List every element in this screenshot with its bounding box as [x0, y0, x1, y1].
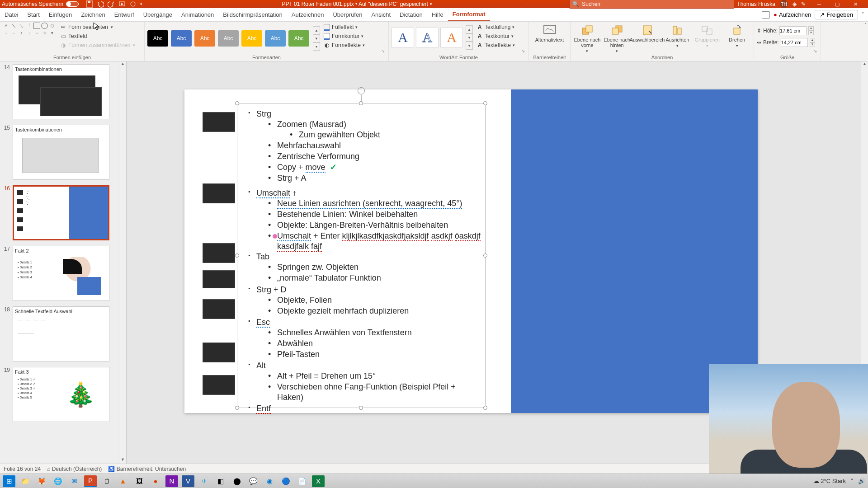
tray-chevron-icon[interactable]: ˄ — [850, 478, 854, 484]
wordart-chip-1[interactable]: A — [392, 28, 414, 47]
ribbon-collapse-icon[interactable]: ˄ — [864, 23, 867, 28]
tab-ansicht[interactable]: Ansicht — [367, 8, 395, 21]
shape-arrow-l-icon[interactable]: ← — [10, 30, 17, 36]
tab-einfuegen[interactable]: Einfügen — [44, 8, 76, 21]
bring-forward-button[interactable]: Ebene nach vorne▾ — [573, 23, 601, 53]
gallery-more-icon[interactable]: ▾ — [313, 42, 320, 51]
tab-hilfe[interactable]: Hilfe — [427, 8, 448, 21]
tab-aufzeichnen[interactable]: Aufzeichnen — [287, 8, 329, 21]
text-outline-button[interactable]: ATextkontur▾ — [476, 32, 515, 41]
tab-dictation[interactable]: Dictation — [395, 8, 427, 21]
height-up-icon[interactable]: ▲ — [808, 26, 814, 31]
taskbar-vlc-icon[interactable]: ▲ — [117, 475, 129, 487]
tray-network-icon[interactable]: 🔊 — [858, 478, 865, 484]
key-image-tab[interactable] — [203, 243, 235, 263]
shape-arrow-u-icon[interactable]: ↑ — [18, 30, 25, 36]
align-button[interactable]: Ausrichten▾ — [664, 23, 692, 48]
shape-line-icon[interactable]: ＼ — [10, 23, 17, 29]
taskbar-outlook-icon[interactable]: ✉ — [68, 475, 80, 487]
slide[interactable]: Strg Zoomen (Mausrad) Zum gewählten Obje… — [184, 89, 758, 413]
collapse-ribbon-icon[interactable]: ˅ — [862, 12, 864, 18]
start-from-beginning-icon[interactable] — [118, 0, 126, 8]
handle-ml[interactable] — [235, 253, 239, 258]
shape-outline-button[interactable]: Formkontur▾ — [324, 32, 365, 41]
shapestyles-launcher-icon[interactable]: ↘ — [381, 48, 385, 53]
handle-bl[interactable] — [235, 406, 239, 410]
text-fill-button[interactable]: ATextfüllung▾ — [476, 23, 515, 32]
shape-effects-button[interactable]: ◐Formeffekte▾ — [324, 41, 365, 50]
thumb-17[interactable]: 17 Fakt 2 • Details 1• Details 2• Detail… — [0, 246, 123, 301]
width-down-icon[interactable]: ▼ — [810, 42, 815, 47]
text-effects-button[interactable]: ATexteffekte▾ — [476, 41, 515, 50]
tab-entwurf[interactable]: Entwurf — [110, 8, 139, 21]
taskbar-app5-icon[interactable]: 💬 — [247, 475, 259, 487]
tab-uebergaenge[interactable]: Übergänge — [139, 8, 177, 21]
key-image-strgd[interactable] — [203, 270, 235, 288]
record-button[interactable]: ●Aufzeichnen — [774, 11, 811, 18]
shape-rect-icon[interactable] — [33, 23, 40, 29]
shapes-more-icon[interactable]: ▾ — [49, 30, 56, 36]
handle-tr[interactable] — [483, 101, 487, 105]
taskbar-app8-icon[interactable]: 📄 — [296, 475, 308, 487]
key-image-alt[interactable] — [203, 343, 235, 362]
qat-more-icon[interactable]: ▾ — [140, 0, 147, 8]
thumb-15[interactable]: 15 Tastenkombinationen — [0, 125, 123, 180]
taskbar-visio-icon[interactable]: V — [182, 475, 194, 487]
wordart-launcher-icon[interactable]: ↘ — [521, 48, 525, 53]
diamond-icon[interactable]: ◈ — [793, 1, 797, 7]
size-launcher-icon[interactable]: ↘ — [813, 48, 817, 53]
language-indicator[interactable]: ⌂ Deutsch (Österreich) — [47, 466, 102, 472]
rotate-handle[interactable] — [358, 87, 365, 94]
shape-oval-icon[interactable] — [41, 23, 48, 29]
autosave-toggle[interactable] — [66, 1, 79, 7]
taskbar-obs-icon[interactable]: ⬤ — [231, 475, 243, 487]
wordart-chip-3[interactable]: A — [440, 28, 463, 47]
pen-icon[interactable]: ✎ — [801, 1, 806, 7]
tab-datei[interactable]: Datei — [0, 8, 23, 21]
alt-text-button[interactable]: Alternativtext — [535, 23, 564, 42]
taskbar-powerpoint-icon[interactable]: P — [84, 475, 97, 487]
touch-mode-icon[interactable] — [129, 0, 137, 8]
style-chip-7[interactable]: Abc — [288, 30, 309, 47]
edit-shape-button[interactable]: ✏Form bearbeiten▾ — [60, 23, 135, 32]
shape-textbox-icon[interactable]: A — [3, 23, 9, 29]
selection-pane-button[interactable]: Auswahlbereich — [633, 23, 662, 42]
key-image-ctrl[interactable] — [203, 112, 235, 132]
style-chip-1[interactable]: Abc — [147, 30, 168, 47]
shape-star-icon[interactable]: ☆ — [41, 30, 48, 36]
wa-gallery-more-icon[interactable]: ▾ — [466, 42, 473, 50]
thumb-scroll-down-icon[interactable]: ▼ — [119, 457, 126, 464]
taskbar-excel-icon[interactable]: X — [312, 475, 325, 487]
taskbar-app1-icon[interactable]: 🗒 — [100, 475, 113, 487]
user-avatar[interactable]: TH — [780, 0, 788, 8]
save-icon[interactable] — [86, 0, 93, 8]
slide-scroll-up-icon[interactable]: ▲ — [861, 61, 868, 68]
taskbar-firefox-icon[interactable]: 🦊 — [35, 475, 48, 487]
selected-textbox[interactable]: Strg Zoomen (Mausrad) Zum gewählten Obje… — [237, 103, 486, 408]
wa-gallery-up-icon[interactable]: ▲ — [466, 25, 473, 33]
taskbar-app4-icon[interactable]: ◧ — [214, 475, 227, 487]
taskbar-app3-icon[interactable]: ● — [149, 475, 162, 487]
shape-arrow-r-icon[interactable]: → — [3, 30, 9, 36]
thumb-18[interactable]: 18 Schnelle Textfeld Auswahl —— —— —— ——… — [0, 306, 123, 361]
key-image-esc[interactable] — [203, 299, 235, 319]
wa-gallery-down-icon[interactable]: ▼ — [466, 33, 473, 42]
key-image-shift[interactable] — [203, 183, 235, 203]
taskbar-app2-icon[interactable]: 🖼 — [133, 475, 146, 487]
style-chip-6[interactable]: Abc — [265, 30, 286, 47]
tab-animationen[interactable]: Animationen — [177, 8, 218, 21]
shape-connector-icon[interactable]: └ — [26, 23, 33, 29]
height-down-icon[interactable]: ▼ — [808, 31, 814, 35]
shape-styles-gallery[interactable]: Abc Abc Abc Abc Abc Abc Abc ▲ ▼ ▾ — [147, 23, 320, 51]
share-button[interactable]: ↗Freigeben — [815, 10, 858, 19]
taskbar-telegram-icon[interactable]: ✈ — [198, 475, 211, 487]
tab-start[interactable]: Start — [23, 8, 44, 21]
rotate-button[interactable]: Drehen▾ — [723, 23, 751, 48]
weather-widget[interactable]: ☁ 2°C Stark — [813, 478, 846, 484]
taskbar-app7-icon[interactable]: 🔵 — [279, 475, 292, 487]
taskbar-start-icon[interactable]: ⊞ — [3, 475, 15, 487]
tab-bildschirm[interactable]: Bildschirmpräsentation — [218, 8, 287, 21]
thumbnail-pane[interactable]: 14 Tastenkombinationen 15 Tastenkombinat… — [0, 61, 127, 464]
redo-icon[interactable] — [108, 0, 115, 8]
width-input[interactable] — [781, 38, 808, 47]
